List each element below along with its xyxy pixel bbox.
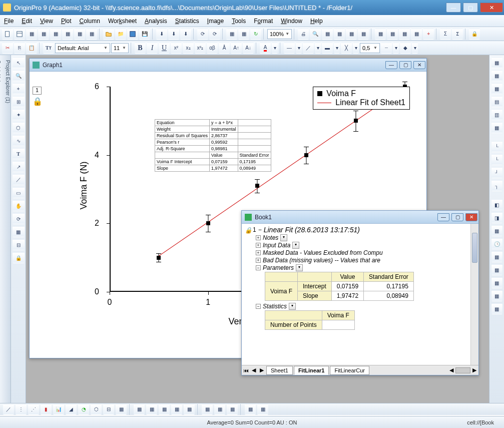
italic-button[interactable]: I <box>147 43 158 54</box>
vertical-scrollbar[interactable] <box>470 224 478 365</box>
column-plot-button[interactable]: ▮ <box>41 404 52 415</box>
increase-font-button[interactable]: A↑ <box>231 43 242 54</box>
input-dropdown[interactable]: ▾ <box>292 242 299 249</box>
rect-tool[interactable]: ▭ <box>13 187 25 198</box>
mask-toggle-button[interactable]: ▦ <box>227 404 238 415</box>
tab-fitlinear1[interactable]: FitLinear1 <box>294 366 329 375</box>
sigma-button[interactable]: Σ <box>440 29 451 40</box>
fill-color-button[interactable]: ▬ <box>322 43 333 54</box>
graph-minimize-button[interactable]: — <box>385 61 397 69</box>
dash-button[interactable]: ┄ <box>381 43 392 54</box>
polar-plot-button[interactable]: ⬡ <box>91 404 102 415</box>
menu-help[interactable]: Help <box>310 18 323 25</box>
import-ascii-button[interactable]: ⬇ <box>168 29 179 40</box>
3d-plot-button[interactable]: ▦ <box>116 404 127 415</box>
menu-edit[interactable]: Edit <box>22 18 32 25</box>
import-wizard-button[interactable]: ⬇ <box>156 29 167 40</box>
print-preview-button[interactable]: 🔍 <box>310 29 321 40</box>
mask-show-button[interactable]: ▦ <box>202 404 213 415</box>
subscript-button[interactable]: x₂ <box>183 43 194 54</box>
expand-masked[interactable]: + <box>256 250 261 255</box>
decrease-font-button[interactable]: A↓ <box>243 43 254 54</box>
mask-tool[interactable]: ⬡ <box>13 122 25 133</box>
axis-tool-4[interactable]: ┐ <box>491 180 502 191</box>
menu-image[interactable]: Image <box>207 18 224 25</box>
parameters-table[interactable]: ValueStandard Error Voima FIntercept0,07… <box>265 272 414 301</box>
marker-dropdown[interactable]: ▾ <box>412 43 418 54</box>
hscroll-right[interactable]: ▶ <box>470 367 478 373</box>
uppercase-button[interactable]: Å <box>219 43 230 54</box>
palette-tool-2[interactable]: ◨ <box>491 212 502 223</box>
mask-hide-button[interactable]: ▦ <box>214 404 225 415</box>
hscroll-thumb[interactable] <box>455 367 470 373</box>
menu-plot[interactable]: Plot <box>61 18 72 25</box>
new-layout-button[interactable]: ▦ <box>62 29 73 40</box>
params-dropdown[interactable]: ▾ <box>296 264 303 271</box>
book-close-button[interactable]: ✕ <box>465 213 477 221</box>
tab-nav-first[interactable]: ⏮ <box>242 367 250 373</box>
underline-button[interactable]: U <box>159 43 170 54</box>
palette-tool-5[interactable]: ▦ <box>491 251 502 262</box>
duplicate-button[interactable]: ▦ <box>322 29 333 40</box>
pie-plot-button[interactable]: ◔ <box>78 404 89 415</box>
save-template-button[interactable]: 💾 <box>139 29 150 40</box>
add-columns-button[interactable]: ▦ <box>238 29 249 40</box>
menu-view[interactable]: View <box>40 18 53 25</box>
fit-results-table[interactable]: Equationy = a + b*xWeightInstrumentalRes… <box>155 119 271 172</box>
palette-tool-6[interactable]: ▦ <box>491 264 502 275</box>
palette-tool-3[interactable]: ▦ <box>491 225 502 236</box>
project-explorer-tab[interactable]: Project Explorer (1) <box>5 58 11 403</box>
print-button[interactable]: 🖨 <box>298 29 309 40</box>
maximize-button[interactable]: ▢ <box>463 3 478 13</box>
book-maximize-button[interactable]: ▢ <box>451 213 463 221</box>
zoom-combo[interactable]: 100%▼ <box>267 29 292 39</box>
insert-tool[interactable]: ▦ <box>13 226 25 237</box>
data-selector-tool[interactable]: ✦ <box>13 109 25 120</box>
paste-button[interactable]: 📋 <box>26 43 37 54</box>
palette-tool-4[interactable]: 🕒 <box>491 238 502 249</box>
box-plot-button[interactable]: ⊟ <box>103 404 114 415</box>
cut-button[interactable]: ✂ <box>2 43 13 54</box>
menu-statistics[interactable]: Statistics <box>175 18 199 25</box>
palette-tool-8[interactable]: ▦ <box>491 290 502 301</box>
scrollbar-thumb[interactable] <box>472 233 477 263</box>
matrix-button[interactable]: ▦ <box>159 404 170 415</box>
legend[interactable]: Voima F Linear Fit of Sheet1 <box>313 87 410 110</box>
font-color-dropdown[interactable]: ▾ <box>272 43 278 54</box>
line-color-button[interactable]: ／ <box>303 43 314 54</box>
rescale-button[interactable]: ▦ <box>245 404 256 415</box>
code-builder-button[interactable]: ▦ <box>375 29 386 40</box>
rotate-tool[interactable]: ⟳ <box>13 213 25 224</box>
collapse-params[interactable]: − <box>256 265 261 270</box>
layer-tool-6[interactable]: ▦ <box>491 122 502 133</box>
arrow-tool[interactable]: ↗ <box>13 161 25 172</box>
menu-format[interactable]: Format <box>254 18 273 25</box>
import-multiple-button[interactable]: ⬇ <box>180 29 191 40</box>
new-excel-button[interactable]: ▦ <box>26 29 37 40</box>
axis-tool-1[interactable]: └ <box>491 141 502 152</box>
layer-tool-4[interactable]: ▤ <box>491 96 502 107</box>
draw-tool[interactable]: ∿ <box>13 135 25 146</box>
line-style-button[interactable]: — <box>284 43 295 54</box>
refresh-button[interactable]: ↻ <box>250 29 261 40</box>
layer-tool-1[interactable]: ▦ <box>491 57 502 68</box>
hscroll-left[interactable]: ◀ <box>447 367 455 373</box>
copy-button[interactable]: ⎘ <box>14 43 25 54</box>
transfer-button[interactable]: ▦ <box>399 29 410 40</box>
stats-dropdown[interactable]: ▾ <box>289 303 296 310</box>
screen-reader-tool[interactable]: + <box>13 83 25 94</box>
new-graph-button[interactable]: ▦ <box>38 29 49 40</box>
template-button[interactable]: ▦ <box>134 404 145 415</box>
recalculate-button[interactable]: ⟳ <box>209 29 220 40</box>
axis-tool-2[interactable]: └ <box>491 154 502 165</box>
open-dialog-button[interactable]: ▦ <box>226 29 237 40</box>
expand-input[interactable]: + <box>256 243 261 248</box>
scale-tool[interactable]: ⊟ <box>13 239 25 250</box>
new-project-button[interactable] <box>2 29 13 40</box>
collapse-stats[interactable]: − <box>256 304 261 309</box>
graph-maximize-button[interactable]: ▢ <box>399 61 411 69</box>
open-template-button[interactable]: 📁 <box>115 29 126 40</box>
menu-analysis[interactable]: Analysis <box>145 18 167 25</box>
bold-button[interactable]: B <box>135 43 146 54</box>
palette-tool-1[interactable]: ◧ <box>491 199 502 210</box>
